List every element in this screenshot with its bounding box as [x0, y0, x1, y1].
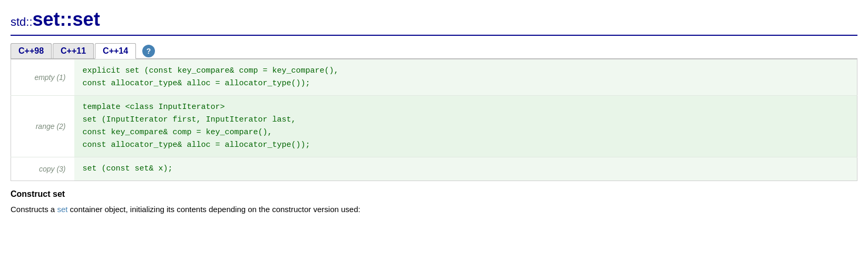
code-table: empty (1) explicit set (const key_compar…	[11, 59, 857, 181]
label-copy: copy (3)	[11, 157, 74, 181]
code-row-copy: copy (3) set (const set& x);	[11, 157, 857, 181]
code-copy: set (const set& x);	[74, 157, 857, 181]
label-empty: empty (1)	[11, 59, 74, 96]
label-range: range (2)	[11, 96, 74, 157]
page-title: std::set::set	[11, 8, 857, 36]
title-prefix: std::	[11, 15, 33, 28]
code-range-line3: const key_compare& comp = key_compare(),	[83, 128, 272, 137]
desc-text-before: Constructs a	[11, 205, 57, 214]
desc-text-after: container object, initializing its conte…	[67, 205, 360, 214]
page-container: std::set::set C++98 C++11 C++14 ? empty …	[0, 0, 868, 231]
title-main: set::set	[33, 8, 100, 30]
code-empty-line1: explicit set (const key_compare& comp = …	[83, 66, 339, 75]
code-row-empty: empty (1) explicit set (const key_compar…	[11, 59, 857, 96]
code-empty-line2: const allocator_type& alloc = allocator_…	[83, 79, 310, 88]
help-icon[interactable]: ?	[142, 45, 155, 57]
code-range-line1: template <class InputIterator>	[83, 103, 225, 112]
description-text: Constructs a set container object, initi…	[11, 203, 857, 216]
code-range-line4: const allocator_type& alloc = allocator_…	[83, 141, 310, 149]
code-empty: explicit set (const key_compare& comp = …	[74, 59, 857, 96]
description-section: Construct set Constructs a set container…	[11, 181, 857, 220]
code-range-line2: set (InputIterator first, InputIterator …	[83, 115, 296, 124]
tab-cpp11[interactable]: C++11	[53, 43, 94, 58]
description-title: Construct set	[11, 189, 857, 199]
code-row-range: range (2) template <class InputIterator>…	[11, 96, 857, 157]
tab-cpp14[interactable]: C++14	[95, 43, 136, 59]
desc-link-set[interactable]: set	[57, 205, 67, 214]
code-copy-line1: set (const set& x);	[83, 164, 173, 173]
tabs-container: C++98 C++11 C++14 ?	[11, 40, 857, 59]
tab-cpp98[interactable]: C++98	[11, 43, 52, 58]
code-range: template <class InputIterator> set (Inpu…	[74, 96, 857, 157]
